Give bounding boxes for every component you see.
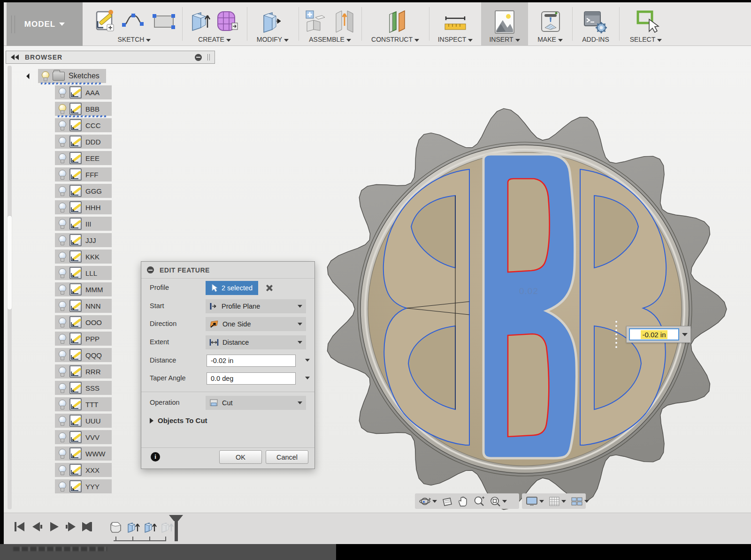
viewports-button[interactable]	[571, 496, 589, 507]
sketch-item-ppp[interactable]: PPP	[55, 332, 112, 346]
menu-assemble[interactable]: ASSEMBLE	[299, 36, 360, 43]
visibility-bulb-icon[interactable]	[59, 203, 66, 212]
menu-construct[interactable]: CONSTRUCT	[362, 36, 428, 43]
sketch-item-nnn[interactable]: NNN	[55, 299, 112, 313]
model-canvas[interactable]: 0.02 -0.02 in	[4, 46, 751, 513]
chevron-down-icon[interactable]	[305, 359, 310, 362]
insert-image-icon[interactable]	[493, 9, 516, 37]
create-sketch-icon[interactable]	[95, 9, 116, 34]
info-icon[interactable]: i	[151, 452, 160, 462]
sketch-item-vvv[interactable]: VVV	[55, 430, 112, 444]
menu-create[interactable]: CREATE	[183, 36, 246, 43]
start-dropdown[interactable]: Profile Plane	[206, 299, 306, 313]
sketch-item-rrr[interactable]: RRR	[55, 364, 112, 378]
visibility-bulb-icon[interactable]	[59, 400, 66, 409]
sketch-item-fff[interactable]: FFF	[55, 167, 112, 182]
visibility-bulb-icon[interactable]	[59, 219, 66, 228]
zoom-button[interactable]	[473, 496, 485, 507]
visibility-bulb-icon[interactable]	[59, 104, 66, 114]
pan-button[interactable]	[458, 496, 468, 507]
panel-menu-icon[interactable]	[195, 54, 202, 61]
rectangle-tool-icon[interactable]	[152, 14, 176, 31]
construction-plane-icon[interactable]	[385, 9, 408, 36]
visibility-bulb-icon[interactable]	[59, 186, 66, 196]
sketch-item-jjj[interactable]: JJJ	[55, 233, 112, 247]
profile-selection-button[interactable]: 2 selected	[206, 281, 258, 295]
visibility-bulb-icon[interactable]	[59, 367, 66, 376]
sketch-item-hhh[interactable]: HHH	[55, 200, 112, 214]
visibility-bulb-icon[interactable]	[59, 318, 66, 327]
visibility-bulb-icon[interactable]	[42, 71, 49, 81]
menu-select[interactable]: SELECT	[620, 36, 672, 43]
form-icon[interactable]	[215, 9, 238, 36]
timeline-position-marker[interactable]	[169, 515, 183, 541]
grid-layout-button[interactable]	[549, 496, 566, 507]
timeline-step-back-button[interactable]	[31, 521, 43, 535]
joint-icon[interactable]	[332, 9, 357, 35]
direction-dropdown[interactable]: One Side	[206, 317, 306, 331]
extrude-icon[interactable]	[189, 9, 210, 36]
extent-dropdown[interactable]: Distance	[206, 335, 306, 349]
look-at-button[interactable]	[442, 496, 453, 507]
scripts-addins-icon[interactable]	[582, 9, 609, 36]
visibility-bulb-icon[interactable]	[59, 350, 66, 360]
operation-dropdown[interactable]: Cut	[206, 396, 306, 410]
browser-scrollbar-thumb[interactable]	[8, 216, 12, 310]
workspace-switcher[interactable]: MODEL	[7, 2, 83, 46]
visibility-bulb-icon[interactable]	[59, 153, 66, 163]
timeline-feature-extrude-2[interactable]	[144, 521, 156, 533]
spline-tool-icon[interactable]	[121, 13, 145, 31]
distance-popup-input[interactable]: -0.02 in	[629, 328, 679, 341]
timeline-feature-base[interactable]	[110, 521, 122, 533]
sketch-item-lll[interactable]: LLL	[55, 266, 112, 280]
chevron-down-icon[interactable]	[682, 333, 688, 336]
visibility-bulb-icon[interactable]	[59, 465, 66, 475]
dialog-menu-icon[interactable]	[147, 266, 154, 273]
measure-icon[interactable]	[443, 13, 467, 33]
visibility-bulb-icon[interactable]	[59, 268, 66, 278]
visibility-bulb-icon[interactable]	[59, 137, 66, 146]
display-settings-button[interactable]	[526, 496, 544, 507]
sketch-item-eee[interactable]: EEE	[55, 151, 112, 165]
visibility-bulb-icon[interactable]	[59, 88, 66, 97]
sketch-item-yyy[interactable]: YYY	[55, 479, 112, 493]
chevron-down-icon[interactable]	[305, 377, 310, 379]
taper-input[interactable]: 0.0 deg	[207, 372, 296, 385]
visibility-bulb-icon[interactable]	[59, 170, 66, 179]
sketch-item-uuu[interactable]: UUU	[55, 414, 112, 428]
panel-grip-icon[interactable]	[207, 54, 210, 61]
menu-inspect[interactable]: INSPECT	[430, 36, 481, 43]
visibility-bulb-icon[interactable]	[59, 432, 66, 442]
visibility-bulb-icon[interactable]	[59, 301, 66, 310]
press-pull-icon[interactable]	[260, 9, 284, 36]
sketch-item-kkk[interactable]: KKK	[55, 250, 112, 264]
folder-label[interactable]: Sketches	[69, 72, 100, 80]
sketch-item-qqq[interactable]: QQQ	[55, 348, 112, 362]
menu-sketch[interactable]: SKETCH	[87, 36, 181, 43]
new-component-icon[interactable]	[304, 9, 328, 35]
visibility-bulb-icon[interactable]	[59, 449, 66, 458]
distance-input[interactable]: -0.02 in	[207, 355, 296, 367]
counter-top-selected-edge[interactable]	[508, 179, 550, 272]
timeline-step-forward-button[interactable]	[65, 521, 77, 535]
print-3d-icon[interactable]	[539, 9, 562, 36]
timeline-feature-extrude-1[interactable]	[127, 521, 139, 533]
visibility-bulb-icon[interactable]	[59, 383, 66, 393]
sketch-item-sss[interactable]: SSS	[55, 381, 112, 395]
sketch-item-ccc[interactable]: CCC	[55, 118, 112, 132]
sketch-item-xxx[interactable]: XXX	[55, 463, 112, 477]
sketch-item-ggg[interactable]: GGG	[55, 184, 112, 198]
sketch-item-ooo[interactable]: OOO	[55, 315, 112, 329]
visibility-bulb-icon[interactable]	[59, 334, 66, 343]
sketch-item-iii[interactable]: III	[55, 217, 112, 231]
sketch-item-bbb[interactable]: BBB	[55, 102, 112, 116]
sketch-item-aaa[interactable]: AAA	[55, 85, 112, 99]
menu-modify[interactable]: MODIFY	[248, 36, 298, 43]
clear-selection-icon[interactable]	[264, 283, 274, 293]
visibility-bulb-icon[interactable]	[59, 121, 66, 130]
timeline-play-button[interactable]	[48, 521, 61, 535]
expander-icon[interactable]	[26, 73, 32, 79]
menu-addins[interactable]: ADD-INS	[573, 36, 618, 43]
visibility-bulb-icon[interactable]	[59, 482, 66, 491]
orbit-button[interactable]	[419, 496, 437, 507]
